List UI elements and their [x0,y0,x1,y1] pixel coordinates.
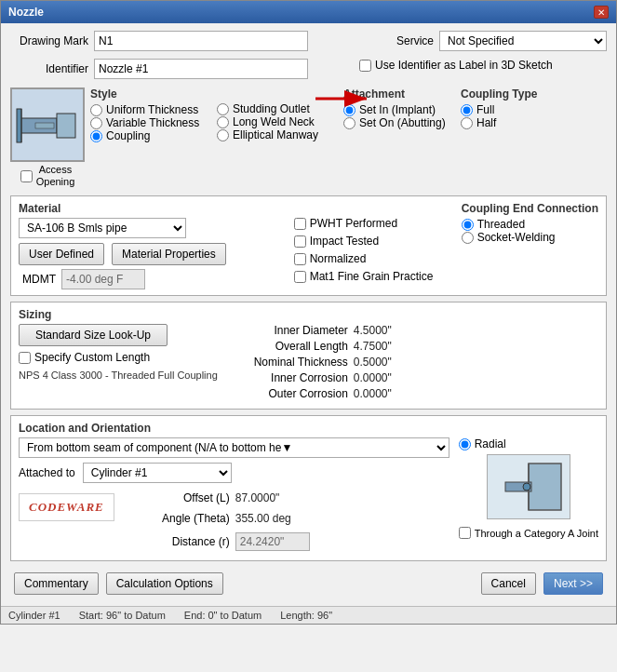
codeware-logo: CODEWARE [19,493,114,521]
svg-point-10 [523,483,530,491]
style-coupling-radio[interactable] [90,130,102,142]
material-title: Material [19,202,285,215]
use-identifier-row: Use Identifier as Label in 3D Sketch [355,59,607,72]
inner-corrosion-row: Inner Corrosion 0.0000" [233,371,598,384]
socket-welding-label: Socket-Welding [477,231,556,244]
location-section: Location and Orientation From bottom sea… [10,415,607,561]
commentary-button[interactable]: Commentary [14,572,99,595]
through-category-checkbox[interactable] [459,527,471,539]
mdmt-row: MDMT [19,269,285,289]
attachment-group: Attachment Set In (Implant) Set On (Abut… [343,87,455,129]
radial-label: Radial [475,437,506,450]
title-bar: Nozzle ✕ [1,1,616,23]
coupling-full-label: Full [476,103,494,116]
radial-radio[interactable] [459,438,471,450]
service-select[interactable]: Not Specified [439,31,607,51]
coupling-type-group: Coupling Type Full Half [461,87,544,129]
threaded-radio[interactable] [462,219,474,231]
next-button[interactable]: Next >> [543,572,603,595]
angle-label: Angle (Theta) [124,512,235,525]
identifier-label: Identifier [10,62,94,75]
inner-diameter-label: Inner Diameter [233,324,354,337]
offset-row: Offset (L) 87.0000" [124,491,310,504]
size-description: NPS 4 Class 3000 - Threaded Full Couplin… [19,369,218,382]
through-category-row: Through a Category A Joint [459,527,598,541]
attachment-seton: Set On (Abutting) [343,116,455,129]
standard-size-lookup-button[interactable]: Standard Size Look-Up [19,324,168,346]
access-opening-checkbox[interactable] [20,170,33,182]
style-elliptical: Elliptical Manway [217,128,338,141]
from-select[interactable]: From bottom seam of component (N/A to bo… [19,437,449,458]
attachment-setin-radio[interactable] [343,104,355,116]
pwht-checkbox[interactable] [294,218,306,230]
style-group-2: Studding Outlet Long Weld Neck Elliptica… [217,87,338,141]
status-start: Start: 96" to Datum [79,610,166,621]
identifier-input[interactable] [94,59,308,79]
style-variable-radio[interactable] [90,117,102,129]
style-longneck-radio[interactable] [217,116,229,128]
coupling-full-radio[interactable] [461,104,473,116]
attachment-setin-label: Set In (Implant) [359,103,436,116]
use-identifier-label: Use Identifier as Label in 3D Sketch [375,59,553,72]
from-row: From bottom seam of component (N/A to bo… [19,437,449,458]
cancel-button[interactable]: Cancel [481,572,536,595]
material-select-row: SA-106 B Smls pipe [19,218,285,238]
outer-corrosion-label: Outer Corrosion [233,387,354,400]
style-coupling-label: Coupling [106,129,150,142]
radial-row: Radial [459,437,506,450]
style-uniform-radio[interactable] [90,104,102,116]
style-elliptical-label: Elliptical Manway [233,128,318,141]
through-category-checkbox-row: Through a Category A Joint [459,527,598,539]
distance-label: Distance (r) [124,535,235,548]
style-studding-radio[interactable] [217,103,229,115]
status-end: End: 0" to Datum [184,610,262,621]
attachment-seton-radio[interactable] [343,117,355,129]
socket-welding-radio[interactable] [462,232,474,244]
material-checkboxes: PWHT Performed Impact Tested Normalized … [294,202,452,285]
angle-row: Angle (Theta) 355.00 deg [124,512,310,525]
style-coupling: Coupling [90,129,211,142]
calculation-options-button[interactable]: Calculation Options [106,572,223,595]
style-studding-label: Studding Outlet [233,102,310,115]
material-properties-button[interactable]: Material Properties [112,243,226,265]
fine-grain-checkbox[interactable] [294,271,306,283]
location-svg [491,459,566,515]
location-title: Location and Orientation [19,422,598,435]
status-bar: Cylinder #1 Start: 96" to Datum End: 0" … [1,606,616,624]
style-group: Style Uniform Thickness Variable Thickne… [90,87,211,142]
identifier-row: Identifier [10,59,308,79]
coupling-end-title: Coupling End Connection [462,202,598,215]
attached-to-label: Attached to [19,466,79,479]
service-label: Service [355,34,439,47]
use-identifier-checkbox[interactable] [359,60,371,72]
style-elliptical-radio[interactable] [217,129,229,141]
normalized-checkbox[interactable] [294,253,306,265]
angle-value: 355.00 deg [235,512,291,525]
style-variable-label: Variable Thickness [106,116,199,129]
loc-fields: Offset (L) 87.0000" Angle (Theta) 355.00… [124,488,310,555]
close-button[interactable]: ✕ [594,6,609,19]
impact-checkbox[interactable] [294,235,306,248]
attached-to-select[interactable]: Cylinder #1 [83,463,232,483]
coupling-end-connection: Coupling End Connection Threaded Socket-… [462,202,598,244]
access-opening-row: AccessOpening [20,164,75,188]
drawing-mark-input[interactable] [94,31,308,51]
custom-length-label: Specify Custom Length [34,351,150,364]
inner-corrosion-label: Inner Corrosion [233,371,354,384]
sizing-left: Standard Size Look-Up Specify Custom Len… [19,324,218,382]
material-select[interactable]: SA-106 B Smls pipe [19,218,186,238]
threaded-row: Threaded [462,218,598,231]
nominal-thickness-label: Nominal Thickness [233,356,354,369]
distance-input[interactable] [235,532,310,551]
nominal-thickness-value: 0.5000" [354,356,392,369]
fine-grain-label: Mat1 Fine Grain Practice [310,270,434,283]
coupling-half-radio[interactable] [461,117,473,129]
nozzle-svg [15,95,80,155]
user-defined-button[interactable]: User Defined [19,243,104,265]
impact-row: Impact Tested [294,235,452,248]
distance-row: Distance (r) [124,532,310,551]
custom-length-checkbox[interactable] [19,352,31,364]
mdmt-input[interactable] [61,269,145,289]
inner-corrosion-value: 0.0000" [354,371,392,384]
svg-rect-2 [17,109,21,142]
